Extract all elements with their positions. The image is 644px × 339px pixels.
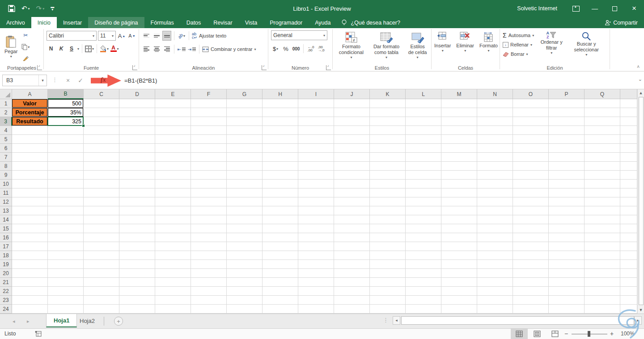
cell-C4[interactable] [84, 126, 119, 135]
macro-record-icon[interactable] [35, 331, 42, 337]
cell-D21[interactable] [119, 278, 155, 287]
cell-D4[interactable] [119, 126, 155, 135]
cell-J2[interactable] [334, 108, 370, 117]
cell-Q15[interactable] [585, 224, 620, 233]
cell-M18[interactable] [441, 251, 477, 260]
cell-C18[interactable] [84, 251, 119, 260]
column-header-N[interactable]: N [477, 89, 513, 99]
cell-C12[interactable] [84, 197, 119, 206]
column-header-A[interactable]: A [12, 89, 48, 99]
new-sheet-button[interactable]: + [114, 317, 123, 326]
cell-K3[interactable] [370, 117, 406, 126]
cell-O5[interactable] [513, 135, 549, 144]
cell-O11[interactable] [513, 188, 549, 197]
cell-H9[interactable] [263, 171, 298, 180]
cell-E8[interactable] [155, 162, 191, 171]
cell-L19[interactable] [406, 260, 441, 269]
font-color-button[interactable]: A ▾ [110, 44, 119, 54]
cell-K15[interactable] [370, 224, 406, 233]
cell-Q10[interactable] [585, 180, 620, 188]
cell-J3[interactable] [334, 117, 370, 126]
cell-P6[interactable] [549, 144, 585, 153]
cell-H1[interactable] [263, 99, 298, 108]
cell-C16[interactable] [84, 233, 119, 242]
cell-A23[interactable] [12, 296, 48, 305]
cell-G5[interactable] [227, 135, 263, 144]
cell-B13[interactable] [48, 206, 84, 215]
align-middle-button[interactable] [152, 31, 161, 41]
cell-K4[interactable] [370, 126, 406, 135]
cell-H8[interactable] [263, 162, 298, 171]
cell-B8[interactable] [48, 162, 84, 171]
cell-J20[interactable] [334, 269, 370, 278]
cell-Q14[interactable] [585, 215, 620, 224]
collapse-ribbon-button[interactable]: ˄ [637, 64, 640, 69]
cell-B2[interactable]: 35% [48, 108, 84, 117]
ribbon-display-options-icon[interactable] [567, 0, 585, 17]
cell-N23[interactable] [477, 296, 513, 305]
cell-E4[interactable] [155, 126, 191, 135]
cell-C21[interactable] [84, 278, 119, 287]
cell-F19[interactable] [191, 260, 227, 269]
cell-D17[interactable] [119, 242, 155, 251]
cell-I18[interactable] [298, 251, 334, 260]
cell-Q6[interactable] [585, 144, 620, 153]
cell-L17[interactable] [406, 242, 441, 251]
cell-P8[interactable] [549, 162, 585, 171]
zoom-out-button[interactable]: − [564, 330, 568, 337]
cell-K17[interactable] [370, 242, 406, 251]
cell-H18[interactable] [263, 251, 298, 260]
cell-O1[interactable] [513, 99, 549, 108]
cell-A20[interactable] [12, 269, 48, 278]
dialog-launcher-alineacion[interactable] [262, 65, 267, 70]
cell-O21[interactable] [513, 278, 549, 287]
row-header-9[interactable]: 9 [0, 171, 12, 180]
decrease-font-button[interactable]: A▼ [127, 31, 136, 41]
cell-K2[interactable] [370, 108, 406, 117]
cell-H23[interactable] [263, 296, 298, 305]
cell-E12[interactable] [155, 197, 191, 206]
cell-A13[interactable] [12, 206, 48, 215]
cell-K14[interactable] [370, 215, 406, 224]
cell-M9[interactable] [441, 171, 477, 180]
cell-A17[interactable] [12, 242, 48, 251]
cell-O12[interactable] [513, 197, 549, 206]
tab-programador[interactable]: Programador [263, 17, 309, 28]
cell-A24[interactable] [12, 305, 48, 314]
cell-H14[interactable] [263, 215, 298, 224]
cell-E23[interactable] [155, 296, 191, 305]
cell-G3[interactable] [227, 117, 263, 126]
cell-G22[interactable] [227, 287, 263, 296]
cell-K24[interactable] [370, 305, 406, 314]
cell-L5[interactable] [406, 135, 441, 144]
cell-P11[interactable] [549, 188, 585, 197]
cell-B5[interactable] [48, 135, 84, 144]
autosum-button[interactable]: Σ Autosuma▾ [503, 31, 534, 39]
cell-F24[interactable] [191, 305, 227, 314]
cell-J22[interactable] [334, 287, 370, 296]
cell-B7[interactable] [48, 153, 84, 162]
align-bottom-button[interactable] [162, 31, 171, 41]
cell-M17[interactable] [441, 242, 477, 251]
cell-E17[interactable] [155, 242, 191, 251]
cell-P18[interactable] [549, 251, 585, 260]
cell-Q11[interactable] [585, 188, 620, 197]
paste-button[interactable]: Pegar ▾ [3, 34, 19, 60]
cell-O22[interactable] [513, 287, 549, 296]
row-header-17[interactable]: 17 [0, 242, 12, 251]
cell-B4[interactable] [48, 126, 84, 135]
cell-C7[interactable] [84, 153, 119, 162]
find-select-button[interactable]: Buscar y seleccionar▾ [569, 30, 604, 58]
cell-C15[interactable] [84, 224, 119, 233]
tab-datos[interactable]: Datos [180, 17, 208, 28]
cell-G6[interactable] [227, 144, 263, 153]
cell-P23[interactable] [549, 296, 585, 305]
cell-A19[interactable] [12, 260, 48, 269]
cell-J15[interactable] [334, 224, 370, 233]
cell-N19[interactable] [477, 260, 513, 269]
cell-O9[interactable] [513, 171, 549, 180]
tab-formulas[interactable]: Fórmulas [144, 17, 180, 28]
cell-J16[interactable] [334, 233, 370, 242]
cell-L3[interactable] [406, 117, 441, 126]
cell-N16[interactable] [477, 233, 513, 242]
